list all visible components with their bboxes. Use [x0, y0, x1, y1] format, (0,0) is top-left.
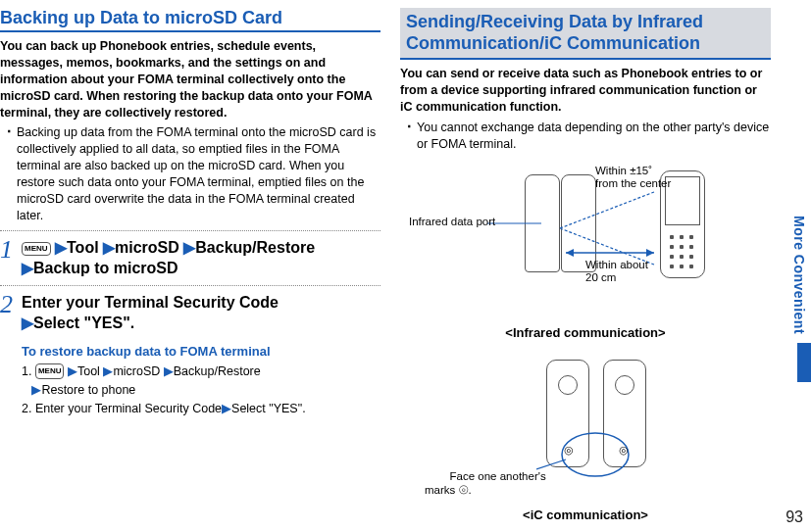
side-tab-label: More Convenient: [791, 216, 807, 334]
chevron-icon: ▶: [164, 364, 174, 378]
page-number: 93: [786, 508, 803, 526]
side-tab: More Convenient: [782, 0, 811, 532]
restore-step-2: 2. Enter your Terminal Security Code▶Sel…: [22, 400, 380, 418]
chevron-icon: ▶: [183, 239, 195, 256]
chevron-icon: ▶: [31, 383, 41, 397]
felica-mark-icon: ⦾: [459, 484, 469, 496]
svg-marker-2: [646, 249, 654, 257]
bullet-backup: Backing up data from the FOMA terminal o…: [6, 124, 380, 223]
ic-mark-circle-icon: [536, 430, 664, 489]
step2-line1: Enter your Terminal Security Code: [22, 294, 279, 311]
bullet-ir-ic: You cannot exchange data depending on th…: [406, 120, 771, 153]
restore-step-1: 1. MENU ▶Tool ▶microSD ▶Backup/Restore ▶…: [22, 363, 380, 400]
infrared-diagram: Infrared data port Within ±15˚ from the …: [409, 165, 762, 321]
path-microsd: microSD: [115, 239, 179, 256]
ic-diagram: ◎ ◎ Face one another's marks ⦾.: [409, 352, 762, 504]
menu-key-icon: MENU: [22, 242, 51, 257]
svg-marker-1: [566, 249, 574, 257]
step-number-2: 2: [0, 292, 22, 317]
side-tab-marker: [797, 343, 811, 382]
label-angle: Within ±15˚ from the center: [595, 165, 671, 192]
step-2: 2 Enter your Terminal Security Code ▶Sel…: [0, 292, 380, 334]
chevron-icon: ▶: [22, 260, 33, 276]
divider: [0, 285, 380, 286]
chevron-icon: ▶: [103, 239, 115, 256]
step-number-1: 1: [0, 237, 22, 263]
chevron-icon: ▶: [222, 402, 231, 415]
menu-key-icon: MENU: [35, 363, 65, 379]
path-tool: Tool: [67, 239, 99, 256]
heading-backup: Backing up Data to microSD Card: [0, 8, 380, 32]
intro-ir-ic: You can send or receive data such as Pho…: [400, 66, 771, 116]
intro-backup: You can back up Phonebook entries, sched…: [0, 38, 380, 121]
caption-infrared: <Infrared communication>: [400, 325, 771, 340]
chevron-icon: ▶: [103, 364, 113, 378]
chevron-icon: ▶: [68, 364, 77, 378]
divider: [0, 230, 380, 231]
path-backup-to-microsd: Backup to microSD: [33, 260, 178, 276]
step2-line2: Select "YES".: [33, 314, 134, 331]
step-1: 1 MENU ▶Tool ▶microSD ▶Backup/Restore ▶B…: [0, 237, 380, 279]
felica-mark-icon: ◎: [564, 444, 574, 457]
label-ir-port: Infrared data port: [409, 216, 495, 229]
label-distance: Within about 20 cm: [585, 259, 648, 286]
label-face-marks: Face one another's marks ⦾.: [425, 458, 546, 511]
pointer-line-icon: [487, 214, 546, 233]
chevron-icon: ▶: [55, 239, 67, 256]
subheading-restore: To restore backup data to FOMA terminal: [22, 344, 380, 359]
felica-mark-icon: ◎: [619, 444, 629, 457]
heading-ir-ic: Sending/Receiving Data by Infrared Commu…: [400, 8, 771, 60]
chevron-icon: ▶: [22, 314, 33, 331]
path-backup-restore: Backup/Restore: [195, 239, 315, 256]
